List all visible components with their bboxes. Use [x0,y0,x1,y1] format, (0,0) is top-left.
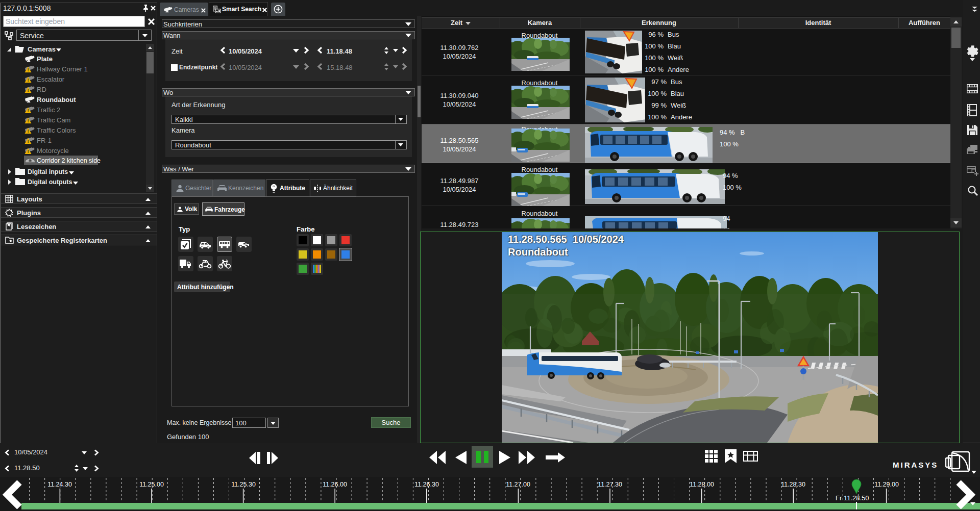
svg-text:!: ! [28,149,29,154]
svg-text:!: ! [28,78,29,83]
svg-text:!: ! [28,67,29,72]
svg-text:!: ! [28,118,29,123]
svg-text:!: ! [28,129,29,134]
svg-text:!: ! [28,108,29,113]
svg-text:!: ! [28,139,29,144]
svg-text:!: ! [28,88,29,93]
